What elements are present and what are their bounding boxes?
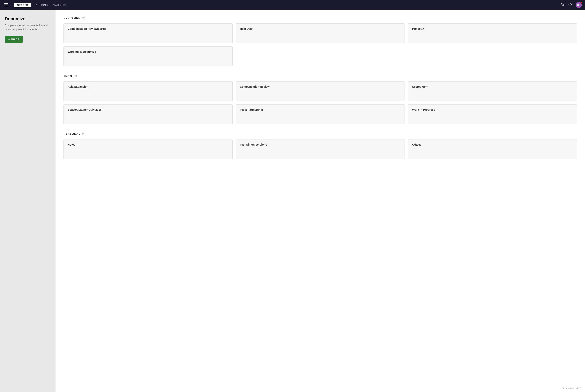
layout: Documize Company internal documentation … <box>0 10 585 392</box>
space-card-title-secret-work: Secret Work <box>412 85 573 88</box>
star-icon[interactable] <box>568 3 572 7</box>
add-space-button[interactable]: + SPACE <box>5 36 23 43</box>
space-card-title-notes: Notes <box>68 143 228 146</box>
section-count-team: (7) <box>74 74 77 77</box>
space-card-working-at[interactable]: Working @ Documize <box>63 46 233 66</box>
svg-rect-1 <box>4 4 8 5</box>
main-content: EVERYONE(4)Compensation Reviews 2018Help… <box>55 10 585 392</box>
sidebar: Documize Company internal documentation … <box>0 10 55 392</box>
nav-logo <box>3 2 9 8</box>
user-avatar[interactable]: HK <box>576 2 582 8</box>
space-card-title-work-in-progress: Work in Progress <box>412 108 573 111</box>
section-title-everyone: EVERYONE <box>63 16 80 20</box>
space-card-obshee[interactable]: Общее <box>408 139 577 159</box>
section-title-personal: PERSONAL <box>63 132 80 135</box>
section-header-personal: PERSONAL(4) <box>63 132 577 135</box>
space-card-comp-reviews[interactable]: Compensation Reviews 2018 <box>63 24 233 43</box>
space-card-notes[interactable]: Notes <box>63 139 233 159</box>
section-team: TEAM(7)Asia ExpansionCompensation Review… <box>63 74 577 124</box>
spaces-grid-personal: NotesTest Simon VersionsОбщее <box>63 139 577 159</box>
space-card-work-in-progress[interactable]: Work in Progress <box>408 104 577 124</box>
space-card-tesla-partnership[interactable]: Tesla Partnership <box>236 104 405 124</box>
spaces-button[interactable]: SPACES <box>14 3 31 7</box>
space-card-asia-expansion[interactable]: Asia Expansion <box>63 81 233 101</box>
actions-link[interactable]: ACTIONS <box>36 4 48 6</box>
navbar: SPACES ACTIONS ANALYTICS HK <box>0 0 585 10</box>
space-card-test-simon[interactable]: Test Simon Versions <box>236 139 405 159</box>
space-card-title-test-simon: Test Simon Versions <box>240 143 401 146</box>
space-card-title-working-at: Working @ Documize <box>68 50 228 53</box>
section-everyone: EVERYONE(4)Compensation Reviews 2018Help… <box>63 16 577 66</box>
nav-right: HK <box>561 2 582 8</box>
space-card-title-project-x: Project X <box>412 27 573 30</box>
space-card-title-comp-review: Compensation Review <box>240 85 401 88</box>
svg-rect-0 <box>4 3 8 4</box>
space-card-comp-review[interactable]: Compensation Review <box>236 81 405 101</box>
version-footer: Documize v1.67.0 <box>562 387 581 390</box>
logo-icon <box>3 2 9 8</box>
space-card-title-tesla-partnership: Tesla Partnership <box>240 108 401 111</box>
section-count-everyone: (4) <box>82 16 85 20</box>
spaces-grid-team: Asia ExpansionCompensation ReviewSecret … <box>63 81 577 124</box>
svg-marker-5 <box>569 3 572 6</box>
svg-line-4 <box>563 5 564 6</box>
space-card-project-x[interactable]: Project X <box>408 24 577 43</box>
sidebar-app-title: Documize <box>5 16 51 22</box>
search-icon[interactable] <box>561 3 564 7</box>
spaces-grid-everyone: Compensation Reviews 2018Help DeskProjec… <box>63 24 577 66</box>
section-personal: PERSONAL(4)NotesTest Simon VersionsОбщее <box>63 132 577 159</box>
space-card-title-comp-reviews: Compensation Reviews 2018 <box>68 27 228 30</box>
analytics-link[interactable]: ANALYTICS <box>52 4 68 6</box>
space-card-title-spacex-launch: SpaceX Launch July 2016 <box>68 108 228 111</box>
section-header-everyone: EVERYONE(4) <box>63 16 577 20</box>
space-card-secret-work[interactable]: Secret Work <box>408 81 577 101</box>
sidebar-description: Company internal documentation and custo… <box>5 24 51 31</box>
space-card-spacex-launch[interactable]: SpaceX Launch July 2016 <box>63 104 233 124</box>
space-card-title-help-desk: Help Desk <box>240 27 401 30</box>
notification-dot <box>581 2 582 3</box>
space-card-title-obshee: Общее <box>412 143 573 146</box>
section-title-team: TEAM <box>63 74 72 77</box>
space-card-title-asia-expansion: Asia Expansion <box>68 85 228 88</box>
space-card-help-desk[interactable]: Help Desk <box>236 24 405 43</box>
svg-rect-2 <box>4 6 8 6</box>
section-header-team: TEAM(7) <box>63 74 577 77</box>
section-count-personal: (4) <box>82 132 85 135</box>
